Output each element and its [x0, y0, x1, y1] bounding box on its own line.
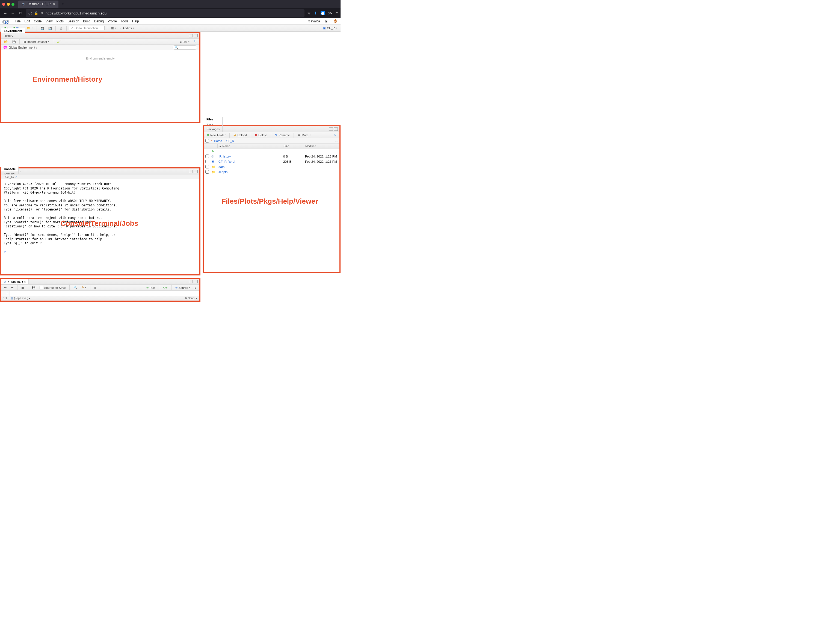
browser-tab-active[interactable]: R RStudio - CF_R ×: [18, 0, 58, 8]
row-checkbox[interactable]: [205, 170, 209, 174]
row-name[interactable]: ..: [218, 150, 282, 153]
new-tab-button[interactable]: +: [60, 2, 66, 6]
menu-tools[interactable]: Tools: [121, 19, 128, 23]
row-name[interactable]: scripts: [218, 170, 282, 174]
refresh-env-icon[interactable]: ↻: [192, 39, 198, 44]
upload-button[interactable]: ◒ Upload: [232, 132, 248, 138]
header-name[interactable]: ▲ Name: [218, 145, 282, 148]
mac-window-controls[interactable]: [2, 3, 15, 6]
save-env-icon[interactable]: [11, 39, 17, 44]
mac-close-icon[interactable]: [2, 3, 5, 6]
row-checkbox[interactable]: [205, 155, 209, 158]
env-search-input[interactable]: 🔍: [173, 45, 197, 50]
back-button[interactable]: ←: [3, 11, 8, 16]
menu-file[interactable]: File: [15, 19, 21, 23]
hamburger-menu-icon[interactable]: ≡: [335, 11, 338, 15]
pane-window-controls[interactable]: [187, 34, 199, 37]
source-file-tab[interactable]: ◎ r_basics.R ×: [1, 279, 29, 284]
select-all-checkbox[interactable]: [205, 139, 209, 142]
outline-icon[interactable]: ≡: [193, 285, 198, 290]
extension-badge-icon[interactable]: ⬤: [321, 11, 325, 15]
file-row[interactable]: ▣CF_R.Rproj205 BFeb 24, 2022, 1:26 PM: [204, 159, 339, 164]
goto-file-input[interactable]: ↗ Go to file/function: [69, 26, 105, 30]
scope-dropdown[interactable]: Global Environment ▾: [9, 46, 37, 49]
tab-environment[interactable]: Environment: [1, 28, 25, 33]
menu-view[interactable]: View: [45, 19, 53, 23]
row-checkbox[interactable]: [205, 165, 209, 168]
file-row[interactable]: ⬑..: [204, 148, 339, 154]
mac-fullscreen-icon[interactable]: [11, 3, 15, 6]
url-input[interactable]: ◯ 🔒 ⚙ https://bfx-workshop01.med.umich.e…: [26, 9, 305, 17]
reload-button[interactable]: ⟳: [18, 11, 23, 16]
path-picker-icon[interactable]: …: [335, 139, 338, 142]
grid-button[interactable]: ▦ ▾: [110, 26, 118, 31]
pane-window-controls[interactable]: [327, 127, 339, 131]
rerun-button[interactable]: ↻➔: [162, 285, 169, 290]
menu-edit[interactable]: Edit: [24, 19, 30, 23]
download-icon[interactable]: ⬇: [314, 11, 317, 15]
save-source-button[interactable]: [31, 285, 37, 290]
rename-button[interactable]: ✎ Rename: [274, 132, 291, 138]
file-row[interactable]: 📁scripts: [204, 169, 339, 174]
tab-history[interactable]: History: [1, 33, 25, 38]
row-name[interactable]: CF_R.Rproj: [218, 160, 282, 163]
clear-env-icon[interactable]: [56, 39, 62, 44]
menu-plots[interactable]: Plots: [56, 19, 64, 23]
wd-arrow-icon[interactable]: ↗: [15, 175, 18, 179]
console-output[interactable]: R version 4.0.3 (2020-10-10) -- "Bunny-W…: [1, 179, 199, 274]
crumb-home[interactable]: Home: [214, 139, 222, 142]
overflow-icon[interactable]: ≫: [328, 11, 332, 15]
file-row[interactable]: 📁data: [204, 164, 339, 169]
back-nav-icon[interactable]: ⇤: [3, 285, 8, 290]
close-tab-icon[interactable]: ×: [24, 280, 26, 283]
tab-console[interactable]: Console: [1, 166, 19, 171]
compile-icon[interactable]: ▯: [93, 285, 97, 290]
row-checkbox[interactable]: [205, 160, 209, 163]
header-size[interactable]: Size: [282, 145, 304, 148]
load-icon[interactable]: 📂: [3, 39, 9, 44]
forward-nav-icon[interactable]: ⇥: [10, 285, 15, 290]
more-button[interactable]: More ▾: [296, 132, 312, 138]
tab-files[interactable]: Files: [204, 117, 222, 122]
file-row[interactable]: ◎.Rhistory0 BFeb 24, 2022, 1:26 PM: [204, 154, 339, 159]
header-modified[interactable]: Modified: [304, 145, 339, 148]
power-button[interactable]: ⏻: [332, 19, 339, 24]
menu-debug[interactable]: Debug: [94, 19, 104, 23]
mac-minimize-icon[interactable]: [7, 3, 10, 6]
menu-code[interactable]: Code: [34, 19, 42, 23]
save-button[interactable]: [39, 26, 45, 31]
close-tab-icon[interactable]: ×: [19, 170, 21, 173]
popout-icon[interactable]: ▦: [20, 285, 26, 290]
new-folder-button[interactable]: ⊕ New Folder: [205, 132, 227, 138]
source-on-save-toggle[interactable]: Source on Save: [38, 285, 67, 290]
save-all-button[interactable]: [47, 26, 53, 31]
wand-icon[interactable]: ▾: [80, 285, 88, 290]
home-icon[interactable]: ⌂: [211, 139, 213, 142]
view-mode-dropdown[interactable]: ≡ List ▾: [178, 39, 191, 44]
row-name[interactable]: .Rhistory: [218, 155, 282, 158]
scope-dropdown[interactable]: (Top Level) ▾: [11, 296, 30, 300]
code-editor[interactable]: 1: [1, 291, 199, 296]
tab-packages[interactable]: Packages: [204, 127, 222, 132]
refresh-files-icon[interactable]: ↻: [333, 132, 338, 138]
open-button[interactable]: 📂 ▾: [26, 26, 34, 31]
import-dataset-button[interactable]: ▦ Import Dataset ▾: [22, 39, 50, 44]
menu-help[interactable]: Help: [132, 19, 139, 23]
crumb-dir[interactable]: CF_R: [226, 139, 234, 142]
tab-close-icon[interactable]: ×: [53, 2, 55, 6]
project-dropdown[interactable]: ▣ CF_R ▾: [322, 26, 339, 31]
run-button[interactable]: ➔ Run: [145, 285, 156, 290]
tab-plots[interactable]: Plots: [204, 122, 222, 127]
print-button[interactable]: 🖨: [58, 26, 64, 31]
addins-button[interactable]: • Addins ▾: [119, 26, 135, 31]
menu-session[interactable]: Session: [68, 19, 79, 23]
row-name[interactable]: data: [218, 165, 282, 168]
bookmark-star-icon[interactable]: ☆: [307, 11, 311, 15]
source-button[interactable]: ➔ Source ▾: [174, 285, 192, 290]
delete-button[interactable]: ⊗ Delete: [253, 132, 268, 138]
search-icon[interactable]: [72, 285, 79, 290]
menu-profile[interactable]: Profile: [108, 19, 117, 23]
language-dropdown[interactable]: R Script ▾: [185, 296, 197, 300]
pane-window-controls[interactable]: [187, 280, 199, 283]
pane-window-controls[interactable]: [187, 170, 199, 173]
